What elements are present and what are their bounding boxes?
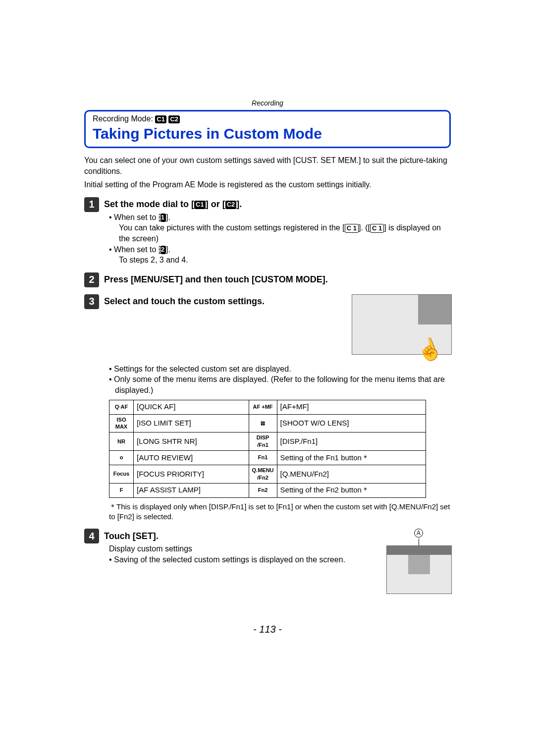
step1-sub1: You can take pictures with the custom se…	[109, 222, 451, 244]
step-number-1: 1	[84, 197, 99, 212]
table-row: Focus[FOCUS PRIORITY]Q.MENU /Fn2[Q.MENU/…	[109, 465, 426, 483]
touch-grid-thumb: ☝	[352, 294, 451, 359]
menu-icon: NR	[109, 432, 134, 451]
menu-label: [AUTO REVIEW]	[134, 450, 249, 465]
table-row: ISO MAX[ISO LIMIT SET]⊠[SHOOT W/O LENS]	[109, 414, 426, 432]
menu-label: Setting of the Fn1 button＊	[277, 450, 426, 465]
menu-label: [LONG SHTR NR]	[134, 432, 249, 451]
intro-paragraph-2: Initial setting of the Program AE Mode i…	[84, 179, 451, 190]
menu-icon: DISP /Fn1	[249, 432, 277, 451]
step-4: A 4 Touch [SET]. Display custom settings…	[84, 529, 451, 565]
menu-label: [AF ASSIST LAMP]	[134, 483, 249, 497]
menu-icon: Fn2	[249, 483, 277, 497]
table-row: F[AF ASSIST LAMP]Fn2Setting of the Fn2 b…	[109, 483, 426, 497]
page-title: Taking Pictures in Custom Mode	[93, 125, 442, 142]
step-4-title: Touch [SET].	[104, 531, 159, 541]
callout-A: A	[414, 529, 423, 538]
c1-icon: C1	[160, 214, 166, 222]
menu-icon: ⊠	[249, 414, 277, 432]
c2-icon: C2	[160, 246, 166, 254]
step1-bullet2: • When set to [C2].	[109, 244, 451, 255]
step1-bullet1: • When set to [C1].	[109, 212, 451, 223]
step-number-4: 4	[84, 529, 99, 543]
menu-label: [FOCUS PRIORITY]	[134, 465, 249, 483]
table-row: NR[LONG SHTR NR]DISP /Fn1[DISP./Fn1]	[109, 432, 426, 451]
step-3-body: • Settings for the selected custom set a…	[109, 364, 451, 522]
c1-frame-icon: C 1	[370, 224, 384, 233]
menu-icon: Focus	[109, 465, 134, 483]
menu-icon: F	[109, 483, 134, 497]
c1-icon: C1	[194, 201, 206, 209]
display-thumb: A	[386, 529, 451, 594]
step3-footnote: ＊This is displayed only when [DISP./Fn1]…	[109, 502, 451, 522]
step1-sub2: To steps 2, 3 and 4.	[109, 255, 451, 266]
c2-icon: C2	[225, 201, 237, 209]
recording-mode-line: Recording Mode: C1 C2	[93, 114, 442, 123]
menu-icon: ISO MAX	[109, 414, 134, 432]
step-number-2: 2	[84, 272, 99, 287]
c1-frame-icon: C 1	[345, 224, 359, 233]
table-row: o[AUTO REVIEW]Fn1Setting of the Fn1 butt…	[109, 450, 426, 465]
step-3: 3 Select and touch the custom settings. …	[84, 294, 451, 364]
breadcrumb: Recording	[84, 99, 451, 107]
menu-label: [SHOOT W/O LENS]	[277, 414, 426, 432]
menu-icon: AF +MF	[249, 400, 277, 414]
page-number: - 113 -	[84, 624, 451, 635]
table-row: Q·AF[QUICK AF]AF +MF[AF+MF]	[109, 400, 426, 414]
step-3-title: Select and touch the custom settings.	[104, 296, 265, 307]
menu-icon: Q.MENU /Fn2	[249, 465, 277, 483]
menu-icon: Fn1	[249, 450, 277, 465]
intro-paragraph-1: You can select one of your own custom se…	[84, 155, 451, 176]
menu-icon: o	[109, 450, 134, 465]
step3-bullet1: • Settings for the selected custom set a…	[109, 364, 451, 375]
mode-badge-c2: C2	[168, 115, 180, 123]
step-2-title: Press [MENU/SET] and then touch [CUSTOM …	[104, 274, 328, 285]
step-1-title: Set the mode dial to [C1] or [C2].	[104, 199, 242, 210]
menu-label: [QUICK AF]	[134, 400, 249, 414]
menu-icon: Q·AF	[109, 400, 134, 414]
menu-label: Setting of the Fn2 button＊	[277, 483, 426, 497]
step-1: 1 Set the mode dial to [C1] or [C2]. • W…	[84, 197, 451, 266]
menu-label: [AF+MF]	[277, 400, 426, 414]
menu-items-table: Q·AF[QUICK AF]AF +MF[AF+MF]ISO MAX[ISO L…	[109, 400, 426, 498]
title-box: Recording Mode: C1 C2 Taking Pictures in…	[84, 110, 451, 148]
menu-label: [ISO LIMIT SET]	[134, 414, 249, 432]
recording-mode-label: Recording Mode:	[93, 114, 153, 123]
step3-bullet2: • Only some of the menu items are displa…	[109, 374, 451, 395]
menu-label: [DISP./Fn1]	[277, 432, 426, 451]
step-2: 2 Press [MENU/SET] and then touch [CUSTO…	[84, 272, 451, 287]
mode-badge-c1: C1	[155, 115, 166, 123]
menu-label: [Q.MENU/Fn2]	[277, 465, 426, 483]
step-number-3: 3	[84, 294, 99, 309]
